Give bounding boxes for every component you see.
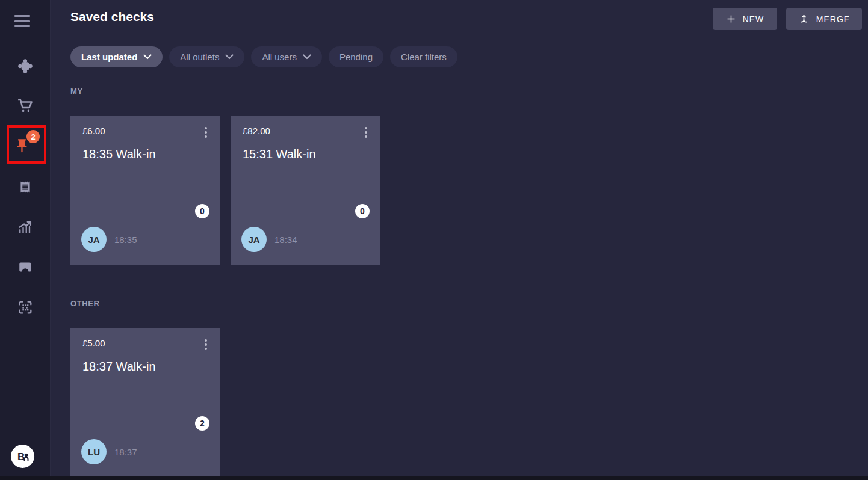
sales-chart-icon[interactable] [16, 218, 34, 236]
barcode-scan-icon[interactable] [16, 298, 34, 316]
merge-icon [798, 13, 810, 25]
logo-letter: B [17, 451, 25, 463]
check-title: 15:31 Walk-in [243, 147, 316, 161]
check-updated-time: 18:34 [274, 235, 297, 245]
item-count-badge: 0 [355, 204, 370, 218]
outlets-filter-chip[interactable]: All outlets [169, 46, 244, 67]
saved-check-card[interactable]: £6.00 18:35 Walk-in 0 JA 18:35 [70, 116, 220, 265]
plus-icon [726, 14, 736, 24]
receipt-icon[interactable] [16, 178, 34, 196]
check-title: 18:37 Walk-in [82, 360, 156, 374]
other-cards-row: £5.00 18:37 Walk-in 2 LU 18:37 [70, 328, 220, 477]
table-layout-icon[interactable] [16, 57, 34, 75]
person-glyph [24, 454, 28, 460]
card-menu-icon[interactable] [199, 124, 213, 141]
brand-logo[interactable]: B [11, 445, 34, 468]
saved-checks-screen: 2 [0, 0, 868, 480]
new-button-label: NEW [743, 14, 764, 24]
users-filter-label: All users [262, 52, 297, 62]
item-count-badge: 2 [195, 416, 209, 431]
sort-filter-chip[interactable]: Last updated [70, 46, 163, 67]
merge-button-label: MERGE [816, 14, 850, 24]
section-label-other: OTHER [70, 299, 100, 308]
bottom-edge-bar [0, 476, 868, 480]
user-avatar: LU [81, 439, 107, 464]
sidebar: 2 [0, 0, 51, 480]
users-filter-chip[interactable]: All users [251, 46, 322, 67]
check-updated-time: 18:35 [114, 235, 137, 245]
check-total: £5.00 [82, 338, 105, 348]
clear-filters-label: Clear filters [401, 52, 447, 62]
check-title: 18:35 Walk-in [82, 147, 156, 161]
new-check-button[interactable]: NEW [713, 8, 777, 30]
pending-filter-label: Pending [339, 52, 373, 62]
user-avatar: JA [241, 227, 267, 252]
merge-checks-button[interactable]: MERGE [786, 8, 862, 30]
hamburger-menu-icon[interactable] [14, 15, 30, 27]
chevron-down-icon [225, 54, 234, 60]
pin-notification-badge: 2 [26, 130, 40, 143]
my-cards-row: £6.00 18:35 Walk-in 0 JA 18:35 £82.00 15… [70, 116, 380, 265]
section-label-my: MY [70, 87, 83, 96]
item-count-badge: 0 [195, 204, 209, 218]
clear-filters-chip[interactable]: Clear filters [390, 46, 457, 67]
chevron-down-icon [143, 54, 152, 60]
check-total: £82.00 [243, 126, 270, 136]
filter-bar: Last updated All outlets All users Pendi… [70, 46, 457, 67]
saved-check-card[interactable]: £82.00 15:31 Walk-in 0 JA 18:34 [231, 116, 380, 265]
card-menu-icon[interactable] [359, 124, 373, 141]
user-avatar: JA [81, 227, 107, 252]
check-updated-time: 18:37 [114, 447, 137, 457]
page-title: Saved checks [70, 10, 154, 24]
outlets-filter-label: All outlets [180, 52, 219, 62]
pending-filter-chip[interactable]: Pending [329, 46, 383, 67]
shopping-cart-icon[interactable] [16, 97, 34, 115]
sort-filter-label: Last updated [81, 52, 137, 62]
check-total: £6.00 [82, 126, 105, 136]
card-menu-icon[interactable] [199, 336, 213, 353]
chevron-down-icon [303, 54, 311, 60]
cash-drawer-icon[interactable] [16, 258, 34, 276]
saved-check-card[interactable]: £5.00 18:37 Walk-in 2 LU 18:37 [70, 328, 220, 477]
